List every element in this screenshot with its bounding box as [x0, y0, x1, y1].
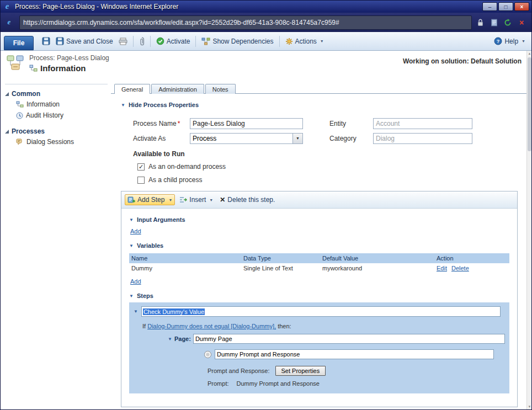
variable-name-cell: Dummy	[129, 265, 243, 271]
add-step-button[interactable]: Add Step ▼	[125, 194, 175, 205]
show-dependencies-button[interactable]: Show Dependencies	[199, 36, 276, 47]
insert-icon	[179, 196, 187, 203]
paperclip-icon	[139, 37, 145, 46]
insert-button[interactable]: Insert ▼	[177, 195, 215, 205]
scroll-up-icon[interactable]: ▲	[527, 52, 532, 55]
vertical-scrollbar[interactable]: ▲ ▼	[526, 51, 531, 409]
chevron-down-icon: ▼	[121, 103, 125, 108]
help-button[interactable]: ? Help ▼	[491, 35, 528, 47]
dialog-sessions-icon	[16, 139, 24, 145]
actions-menu-button[interactable]: Actions ▼	[283, 36, 327, 47]
save-button[interactable]	[39, 35, 53, 47]
ribbon-separator	[279, 36, 280, 47]
tab-administration[interactable]: Administration	[151, 84, 204, 94]
delete-step-button[interactable]: ✕ Delete this step.	[217, 195, 277, 205]
page-name-input[interactable]	[193, 334, 505, 344]
url-input[interactable]	[22, 18, 469, 27]
input-arguments-section-header[interactable]: ▼ Input Arguments	[129, 216, 509, 223]
condition-link[interactable]: Dialog-Dummy does not equal [Dialog-Dumm…	[147, 323, 276, 329]
step-description-input[interactable]: Check Dummy's Value	[141, 306, 501, 317]
title-bar: e Process: Page-Less Dialog - Windows In…	[1, 1, 531, 13]
save-and-close-button[interactable]: Save and Close	[53, 35, 116, 47]
browser-window: e Process: Page-Less Dialog - Windows In…	[0, 0, 532, 410]
column-header-action: Action	[437, 255, 509, 262]
column-header-data-type: Data Type	[243, 255, 322, 262]
tab-general[interactable]: General	[114, 84, 150, 94]
attach-button[interactable]	[136, 35, 147, 47]
required-asterisk: *	[178, 120, 180, 127]
ribbon-separator	[150, 36, 151, 47]
dependencies-icon	[201, 38, 210, 45]
category-label: Category	[329, 135, 373, 142]
ie-icon: e	[3, 2, 12, 11]
child-process-option: As a child process	[137, 175, 526, 184]
chevron-down-icon: ▼	[168, 198, 172, 202]
ribbon-separator	[133, 36, 134, 47]
table-row: Dummy Single Line of Text myworkaround E…	[129, 263, 509, 273]
set-properties-button[interactable]: Set Properties	[275, 366, 326, 376]
stop-icon[interactable]: ×	[516, 17, 527, 29]
close-button[interactable]: ×	[514, 2, 529, 11]
chevron-down-icon: ▼	[168, 337, 172, 342]
tab-strip: General Administration Notes	[111, 79, 526, 93]
process-name-input[interactable]	[190, 118, 303, 129]
minimize-button[interactable]: –	[482, 2, 497, 11]
sidebar-item-audit-history[interactable]: Audit History	[5, 110, 108, 121]
activate-as-select[interactable]: Process ▼	[190, 133, 303, 144]
selected-step-block[interactable]: ▼ Check Dummy's Value If Dialog-Dummy do…	[129, 302, 509, 393]
variables-section-header[interactable]: ▼ Variables	[129, 242, 509, 249]
chevron-down-icon: ▼	[129, 217, 134, 222]
sidebar-item-information[interactable]: Information	[5, 99, 108, 110]
add-variable-link[interactable]: Add	[130, 278, 141, 285]
ie-page-icon: e	[5, 18, 13, 26]
variable-default-cell: myworkaround	[322, 265, 437, 271]
tab-panel-general: ▼ Hide Process Properties Process Name* …	[111, 93, 526, 409]
compatibility-view-icon[interactable]	[488, 17, 499, 29]
help-icon: ?	[494, 37, 502, 45]
page-body: Process: Page-Less Dialog Information Wo…	[1, 51, 531, 409]
child-process-checkbox[interactable]	[137, 177, 145, 184]
activate-icon	[156, 37, 164, 45]
prompt-description-input[interactable]	[215, 349, 494, 359]
delete-variable-link[interactable]: Delete	[451, 265, 469, 271]
available-to-run-heading: Available to Run	[133, 150, 526, 158]
information-icon	[16, 101, 24, 108]
add-input-argument-link[interactable]: Add	[130, 228, 141, 235]
chevron-down-icon: ▼	[129, 294, 134, 299]
chevron-down-icon: ▼	[209, 198, 213, 202]
condition-row: If Dialog-Dummy does not equal [Dialog-D…	[142, 323, 505, 329]
chevron-down-icon: ▼	[320, 39, 324, 43]
actions-icon	[285, 38, 293, 45]
hide-process-properties-toggle[interactable]: ▼ Hide Process Properties	[121, 102, 526, 108]
process-name-label: Process Name*	[133, 120, 190, 127]
on-demand-checkbox[interactable]: ✓	[137, 163, 145, 171]
print-button[interactable]	[116, 36, 130, 47]
chevron-down-icon: ▼	[522, 39, 525, 43]
activate-button[interactable]: Activate	[153, 35, 193, 47]
page-header: Process: Page-Less Dialog Information	[6, 54, 109, 73]
selected-text: Check Dummy's Value	[143, 308, 205, 315]
save-icon	[42, 37, 50, 45]
tab-notes[interactable]: Notes	[205, 84, 236, 94]
ribbon-separator	[195, 36, 196, 47]
prompt-label: Prompt:	[208, 380, 229, 387]
command-bar: File Save and Close Activate Show Depend…	[1, 32, 531, 51]
nav-group-common[interactable]: Common	[5, 89, 108, 99]
url-field-frame	[19, 15, 472, 30]
file-tab[interactable]: File	[4, 36, 34, 50]
scrollbar-thumb[interactable]	[528, 57, 531, 151]
nav-group-processes[interactable]: Processes	[5, 126, 108, 136]
page-step-row: ▼ Page:	[168, 334, 505, 344]
prompt-radio-button[interactable]	[204, 351, 211, 358]
steps-section-header[interactable]: ▼ Steps	[129, 292, 509, 299]
edit-variable-link[interactable]: Edit	[437, 265, 447, 271]
save-and-close-icon	[56, 37, 64, 45]
sidebar-item-dialog-sessions[interactable]: Dialog Sessions	[5, 136, 108, 147]
maximize-button[interactable]: □	[498, 2, 513, 11]
scroll-down-icon[interactable]: ▼	[527, 405, 532, 408]
process-header-icon	[6, 54, 25, 72]
refresh-icon[interactable]	[502, 17, 513, 29]
prompt-value: Dummy Prompt and Response	[237, 380, 320, 387]
prompt-step-row	[204, 349, 494, 359]
dropdown-arrow-icon: ▼	[292, 134, 302, 143]
